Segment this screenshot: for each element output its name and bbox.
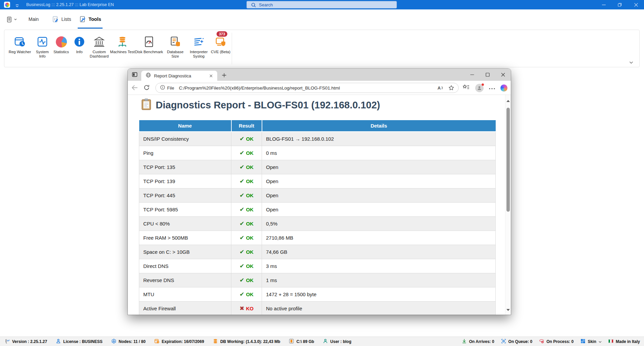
result-text: OK: [246, 277, 254, 283]
browser-addressbar: File C:/Program%20Files%20(x86)/Enterpri…: [128, 81, 511, 95]
app-titlebar: BusinessLog ::: 2.25.1.27 ::: Lab Enterp…: [0, 0, 644, 9]
row-name-cell: CPU < 80%: [139, 216, 231, 231]
result-text: OK: [246, 249, 254, 255]
global-search-box[interactable]: [247, 1, 397, 8]
tab-close-icon[interactable]: [208, 73, 214, 79]
app-restore-button[interactable]: [612, 0, 628, 9]
tool-cve[interactable]: 373CVE (Beta): [210, 30, 231, 54]
browser-maximize-button[interactable]: [480, 69, 495, 81]
check-icon: ✔: [239, 220, 244, 227]
table-row: MTU✔OK1472 + 28 = 1500 byte: [139, 287, 496, 301]
scrollbar-thumb[interactable]: [506, 108, 510, 212]
new-tab-button[interactable]: [221, 72, 227, 78]
row-details-cell: 1 ms: [262, 273, 496, 287]
custom-dashboard-icon: [93, 35, 106, 48]
status-label: Skin: [588, 339, 596, 344]
tab-label: Tools: [88, 16, 101, 22]
report-title: Diagnostics Report - BLOG-FS01 (192.168.…: [156, 100, 380, 111]
row-name-cell: Direct DNS: [139, 259, 231, 273]
row-name-cell: TCP Port: 135: [139, 160, 231, 174]
tool-system-info[interactable]: System Info: [33, 30, 52, 59]
row-details-cell: Open: [262, 202, 496, 216]
favorites-bar-icon[interactable]: [462, 84, 470, 92]
read-aloud-icon[interactable]: A: [437, 85, 444, 91]
browser-tab[interactable]: Report Diagnostica: [141, 71, 217, 81]
favorite-star-icon[interactable]: [448, 85, 454, 91]
svg-text:10²: 10²: [7, 339, 10, 341]
scrollbar-down-arrow[interactable]: [506, 306, 510, 312]
tab-tools[interactable]: Tools: [76, 9, 104, 29]
result-text: OK: [246, 136, 254, 142]
app-minimize-button[interactable]: [596, 0, 612, 9]
result-text: OK: [246, 164, 254, 170]
app-close-button[interactable]: [628, 0, 644, 9]
profile-avatar[interactable]: [475, 84, 484, 92]
status-label: C:\ 89 Gb: [296, 339, 314, 344]
browser-close-button[interactable]: [495, 69, 511, 81]
copilot-icon[interactable]: [500, 84, 507, 92]
check-icon: ✔: [239, 291, 244, 298]
tab-main[interactable]: Main: [22, 9, 46, 29]
row-details-cell: No active profile: [262, 301, 496, 315]
status-arrives: On Arrives: 0: [462, 339, 494, 345]
status-label: User : blog: [330, 339, 351, 344]
status-skin[interactable]: Skin: [580, 339, 602, 345]
page-info-icon[interactable]: [160, 85, 165, 91]
machines-test-icon: [116, 35, 129, 48]
status-process: On Process: 0: [539, 339, 574, 345]
tool-label: Interpreter Syslog: [187, 50, 210, 59]
interpreter-syslog-icon: [192, 35, 205, 48]
browser-minimize-button[interactable]: [464, 69, 480, 81]
status-italy: Made in Italy: [608, 339, 640, 345]
check-icon: ✔: [239, 136, 244, 142]
row-name-cell: Ping: [139, 146, 231, 160]
row-result-cell: ✔OK: [231, 287, 262, 301]
row-name-cell: TCP Port: 5985: [139, 202, 231, 216]
row-name-cell: TCP Port: 445: [139, 188, 231, 202]
cross-icon: ✖: [239, 305, 244, 312]
ribbon-collapse-chevron-icon[interactable]: [629, 59, 633, 65]
tool-disk-benchmark[interactable]: Disk Benchmark: [135, 30, 163, 54]
column-header-result: Result: [231, 120, 262, 132]
scrollbar-up-arrow[interactable]: [506, 97, 510, 103]
url-bar[interactable]: File C:/Program%20Files%20(x86)/Enterpri…: [155, 83, 459, 93]
table-row: Free RAM > 500MB✔OK2710,86 MB: [139, 231, 496, 245]
row-result-cell: ✔OK: [231, 245, 262, 259]
refresh-icon[interactable]: [143, 84, 150, 92]
tool-database-size[interactable]: Database Size: [163, 30, 187, 59]
row-result-cell: ✔OK: [231, 202, 262, 216]
tool-label: Custom Dashboard: [88, 50, 110, 59]
status-nodes: Nodes: 11 / 80: [111, 339, 146, 345]
tool-statistics[interactable]: Statistics: [52, 30, 70, 54]
tab-actions-icon[interactable]: [132, 72, 138, 79]
app-menu-button[interactable]: [5, 14, 18, 25]
row-name-cell: TCP Port: 139: [139, 174, 231, 188]
document-wrench-icon: [79, 16, 86, 23]
statusbar-left: 10²Version : 2.25.1.27License : BUSINESS…: [5, 337, 351, 346]
tool-info[interactable]: Info: [70, 30, 88, 54]
row-result-cell: ✔OK: [231, 231, 262, 245]
row-details-cell: 2710,86 MB: [262, 231, 496, 245]
tool-label: Disk Benchmark: [135, 50, 163, 54]
tool-label: Info: [76, 50, 82, 54]
url-text: C:/Program%20Files%20(x86)/Enterprise/Bu…: [179, 85, 437, 91]
tool-reg-watcher[interactable]: Reg Watcher: [7, 30, 33, 54]
tool-machines-test[interactable]: Machines Test: [110, 30, 135, 54]
row-details-cell: Open: [262, 160, 496, 174]
result-text: OK: [246, 178, 254, 184]
settings-dots-icon[interactable]: [489, 85, 495, 91]
back-arrow-icon[interactable]: [131, 84, 138, 93]
result-text: OK: [246, 193, 254, 198]
status-label: On Process: 0: [546, 339, 574, 344]
scrollbar[interactable]: [505, 95, 511, 315]
tool-custom-dashboard[interactable]: Custom Dashboard: [88, 30, 110, 59]
check-icon: ✔: [239, 150, 244, 156]
tab-lists[interactable]: {} Lists: [49, 9, 74, 29]
table-row: Reverse DNS✔OK1 ms: [139, 273, 496, 287]
browser-tab-title: Report Diagnostica: [154, 73, 208, 78]
tab-label: Lists: [62, 16, 71, 22]
search-input[interactable]: [259, 1, 392, 8]
tool-interpreter-syslog[interactable]: Interpreter Syslog: [187, 30, 210, 59]
quick-access-chevron-icon[interactable]: [15, 3, 19, 9]
row-name-cell: MTU: [139, 287, 231, 301]
